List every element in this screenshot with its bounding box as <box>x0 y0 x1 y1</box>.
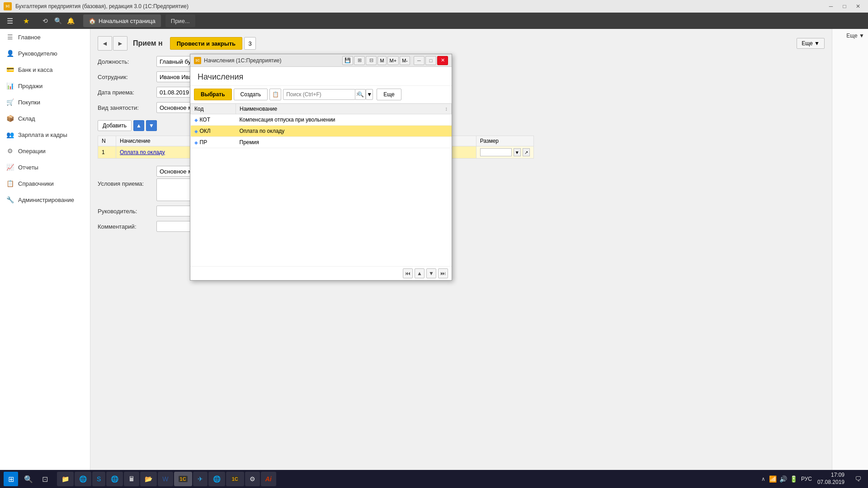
search-options-btn[interactable]: ▼ <box>366 89 373 100</box>
title-bar: 1С Бухгалтерия предприятия (базовая), ре… <box>0 0 868 13</box>
start-button[interactable]: ⊞ <box>4 472 18 486</box>
notification-icon[interactable]: 🔔 <box>65 15 76 26</box>
network-icon[interactable]: 📶 <box>769 475 777 483</box>
dialog-table-row[interactable]: ◆КОТ Компенсация отпуска при увольнении <box>191 114 452 126</box>
cell-name-pr: Премия <box>236 137 452 148</box>
cell-name-selected: Оплата по окладу <box>236 126 452 137</box>
minimize-btn[interactable]: ─ <box>825 1 837 11</box>
dialog-table-area: Код Наименование ↕ <box>190 103 452 266</box>
sidebar-item-main[interactable]: ☰ Главное <box>0 29 90 45</box>
copy-icon-btn[interactable]: 📋 <box>269 89 281 100</box>
taskbar-app-ie2[interactable]: 🌐 <box>106 472 123 486</box>
search-clear-btn[interactable]: ✕ <box>356 91 360 98</box>
dialog-heading: Начисления <box>190 67 452 86</box>
dialog-col-name: Наименование ↕ <box>236 104 452 114</box>
taskbar-app-1c2[interactable]: 1С <box>226 472 244 486</box>
taskbar-app-skype[interactable]: S <box>92 472 105 486</box>
battery-icon[interactable]: 🔋 <box>790 475 797 483</box>
dialog-table-row-pr[interactable]: ◆ПР Премия <box>191 137 452 148</box>
dialog-mminus-btn[interactable]: M- <box>400 56 410 65</box>
search-menu-icon[interactable]: 🔍 <box>52 15 63 26</box>
sidebar-item-salary[interactable]: 👥 Зарплата и кадры <box>0 127 90 143</box>
cell-name: Компенсация отпуска при увольнении <box>236 114 452 126</box>
taskbar-app-chrome[interactable]: 🌐 <box>208 472 225 486</box>
window-controls: ─ □ ✕ <box>825 1 864 11</box>
dialog-mplus-btn[interactable]: M+ <box>387 56 399 65</box>
taskbar-app-explorer[interactable]: 📂 <box>140 472 157 486</box>
nav-last-btn[interactable]: ⏭ <box>438 268 448 278</box>
nav-next-btn[interactable]: ▼ <box>426 268 436 278</box>
sidebar-item-admin[interactable]: 🔧 Администрирование <box>0 192 90 208</box>
more-options-btn[interactable]: Еще <box>377 89 401 100</box>
dialog-close-btn[interactable]: ✕ <box>437 56 448 65</box>
sidebar-item-sales[interactable]: 📊 Продажи <box>0 78 90 94</box>
nav-first-btn[interactable]: ⏮ <box>403 268 413 278</box>
sidebar-item-warehouse[interactable]: 📦 Склад <box>0 110 90 127</box>
sidebar-item-purchases[interactable]: 🛒 Покупки <box>0 94 90 110</box>
taskbar-app-ai[interactable]: Ai <box>261 472 276 486</box>
dialog-title-text: Начисления (1С:Предприятие) <box>204 57 340 64</box>
taskbar-app-files[interactable]: 📁 <box>57 472 74 486</box>
taskbar-app-word[interactable]: W <box>158 472 173 486</box>
dialog-overlay: 1С Начисления (1С:Предприятие) 💾 ⊞ ⊟ M M… <box>90 29 832 470</box>
taskbar-app-settings[interactable]: ⚙ <box>245 472 260 486</box>
cell-code-selected: ◆ОКЛ <box>191 126 236 137</box>
sidebar-item-reports[interactable]: 📈 Отчеты <box>0 159 90 175</box>
select-button[interactable]: Выбрать <box>194 89 232 100</box>
app-title: Бухгалтерия предприятия (базовая), редак… <box>15 3 821 9</box>
menu-icons: ⟲ 🔍 🔔 <box>40 15 76 26</box>
taskbar-app-calc[interactable]: 🖩 <box>124 472 139 486</box>
taskbar-app-1c[interactable]: 1С <box>174 472 192 486</box>
management-icon: 👤 <box>5 49 14 58</box>
search-input[interactable] <box>283 89 355 100</box>
taskbar-cortana-icon[interactable]: ⊡ <box>38 472 52 486</box>
dialog-m-btn[interactable]: M <box>377 56 386 65</box>
dialog-minimize-btn[interactable]: ─ <box>414 56 425 65</box>
tab-item[interactable]: Прие... <box>165 14 195 27</box>
app-menu: ☰ ★ ⟲ 🔍 🔔 🏠 Начальная страница Прие... <box>0 13 868 29</box>
right-panel: Еще ▼ <box>832 29 868 470</box>
taskbar: ⊞ 🔍 ⊡ 📁 🌐 S 🌐 🖩 📂 W 1С ✈ <box>0 470 868 488</box>
accruals-dialog: 1С Начисления (1С:Предприятие) 💾 ⊞ ⊟ M M… <box>190 54 452 281</box>
bank-icon: 💳 <box>5 65 14 74</box>
hamburger-icon[interactable]: ☰ <box>4 14 16 27</box>
volume-icon[interactable]: 🔊 <box>779 475 787 483</box>
app-window: 1С Бухгалтерия предприятия (базовая), ре… <box>0 0 868 470</box>
row-icon: ◆ <box>194 117 198 122</box>
tray-expand-btn[interactable]: ∧ <box>761 476 765 482</box>
notification-btn[interactable]: 🗨 <box>852 473 864 485</box>
dialog-table-row-selected[interactable]: ◆ОКЛ Оплата по окладу <box>191 126 452 137</box>
sidebar-item-directories[interactable]: 📋 Справочники <box>0 175 90 192</box>
nav-prev-btn[interactable]: ▲ <box>415 268 425 278</box>
favorites-icon[interactable]: ★ <box>20 14 33 27</box>
restore-btn[interactable]: □ <box>838 1 851 11</box>
operations-icon: ⚙ <box>5 146 14 155</box>
history-icon[interactable]: ⟲ <box>40 15 51 26</box>
purchases-icon: 🛒 <box>5 98 14 107</box>
main-layout: ☰ Главное 👤 Руководителю 💳 Банк и касса … <box>0 29 868 470</box>
language-indicator[interactable]: РУС <box>801 476 812 482</box>
dialog-save-icon[interactable]: 💾 <box>342 56 353 65</box>
home-nav[interactable]: 🏠 Начальная страница <box>83 14 161 27</box>
taskbar-app-ie[interactable]: 🌐 <box>75 472 91 486</box>
taskbar-search-icon[interactable]: 🔍 <box>22 472 35 486</box>
sidebar-item-bank[interactable]: 💳 Банк и касса <box>0 61 90 78</box>
sales-icon: 📊 <box>5 81 14 90</box>
admin-icon: 🔧 <box>5 195 14 204</box>
cell-code-pr: ◆ПР <box>191 137 236 148</box>
sidebar-item-operations[interactable]: ⚙ Операции <box>0 143 90 159</box>
row-icon-pr: ◆ <box>194 140 198 145</box>
create-button[interactable]: Создать <box>234 89 268 100</box>
taskbar-datetime[interactable]: 17:09 07.08.2019 <box>817 472 844 486</box>
taskbar-app-telegram[interactable]: ✈ <box>193 472 208 486</box>
directories-icon: 📋 <box>5 179 14 188</box>
dialog-app-icon: 1С <box>194 57 201 64</box>
dialog-table-icon[interactable]: ⊞ <box>354 56 365 65</box>
close-btn[interactable]: ✕ <box>852 1 864 11</box>
sidebar-item-management[interactable]: 👤 Руководителю <box>0 45 90 61</box>
dialog-restore-btn[interactable]: □ <box>425 56 436 65</box>
right-more-btn[interactable]: Еще ▼ <box>836 33 864 39</box>
salary-icon: 👥 <box>5 130 14 139</box>
main-icon: ☰ <box>5 33 14 42</box>
dialog-grid-icon[interactable]: ⊟ <box>366 56 377 65</box>
